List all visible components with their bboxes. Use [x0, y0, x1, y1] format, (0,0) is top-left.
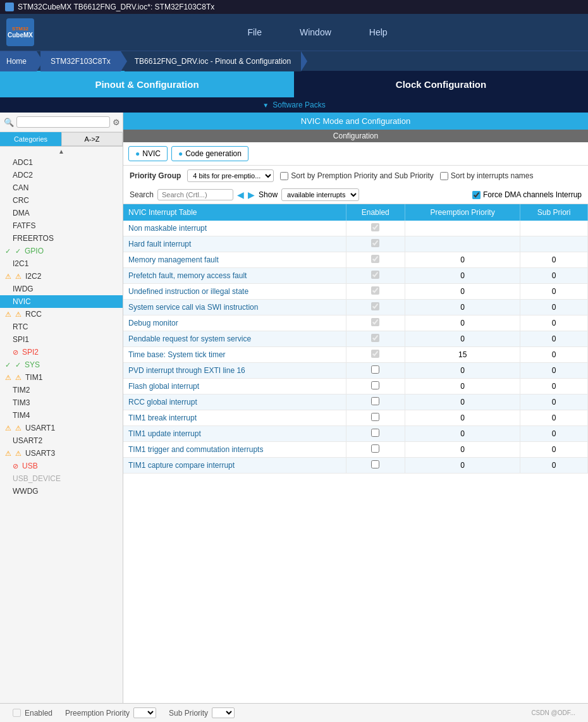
interrupt-enabled-cell[interactable] — [346, 221, 405, 236]
interrupt-preemption — [405, 236, 520, 252]
software-packs-bar[interactable]: Software Packs — [0, 97, 588, 113]
interrupt-enabled-cell[interactable] — [346, 268, 405, 284]
force-dma-label: Force DMA channels Interrup — [472, 190, 582, 199]
interrupt-enabled-cell[interactable] — [346, 395, 405, 410]
sidebar-item-adc1[interactable]: ADC1 — [0, 156, 123, 169]
sidebar-item-crc[interactable]: CRC — [0, 194, 123, 207]
interrupt-enabled-checkbox[interactable] — [371, 429, 379, 437]
interrupt-enabled-checkbox — [371, 271, 379, 279]
sidebar-item-fatfs[interactable]: FATFS — [0, 219, 123, 232]
tab-categories[interactable]: Categories — [0, 132, 61, 146]
sidebar-item-dma[interactable]: DMA — [0, 207, 123, 219]
show-select[interactable]: available interrupts — [281, 188, 359, 201]
menu-window[interactable]: Window — [300, 27, 331, 37]
search-label: Search — [130, 190, 154, 199]
interrupt-enabled-cell[interactable] — [346, 410, 405, 426]
sidebar-item-tim2[interactable]: TIM2 — [0, 384, 123, 396]
sidebar-item-tim1[interactable]: ⚠TIM1 — [0, 371, 123, 384]
sidebar: 🔍 ⚙ Categories A->Z ▲ ADC1 ADC2 CAN CRC … — [0, 113, 123, 703]
sidebar-item-tim4[interactable]: TIM4 — [0, 409, 123, 422]
interrupt-enabled-checkbox — [371, 223, 379, 231]
tab-code-gen[interactable]: ● Code generation — [171, 146, 248, 161]
interrupt-enabled-cell[interactable] — [346, 442, 405, 458]
interrupt-enabled-cell[interactable] — [346, 315, 405, 331]
interrupt-enabled-cell[interactable] — [346, 379, 405, 395]
interrupt-enabled-cell[interactable] — [346, 347, 405, 363]
gear-icon[interactable]: ⚙ — [113, 118, 120, 127]
tab-atoz[interactable]: A->Z — [61, 132, 123, 146]
interrupt-enabled-cell[interactable] — [346, 331, 405, 347]
tab-clock[interactable]: Clock Configuration — [294, 71, 588, 97]
code-icon: ● — [178, 149, 183, 158]
interrupt-enabled-checkbox[interactable] — [371, 460, 379, 468]
sidebar-item-usart2[interactable]: USART2 — [0, 434, 123, 447]
sidebar-item-tim3[interactable]: TIM3 — [0, 396, 123, 409]
show-label: Show — [259, 190, 278, 199]
breadcrumb-home[interactable]: Home — [0, 51, 37, 71]
interrupt-enabled-checkbox[interactable] — [371, 381, 379, 389]
sidebar-item-gpio[interactable]: ✓GPIO — [0, 245, 123, 257]
interrupt-enabled-cell[interactable] — [346, 300, 405, 315]
tab-nvic[interactable]: ● NVIC — [128, 146, 168, 161]
logo-box: STM32 CubeMX — [6, 18, 34, 46]
breadcrumb-chip[interactable]: STM32F103C8Tx — [40, 51, 121, 71]
interrupt-enabled-cell[interactable] — [346, 284, 405, 300]
sidebar-item-freertos[interactable]: FREERTOS — [0, 232, 123, 245]
footer-subpriority-select[interactable] — [212, 707, 235, 718]
interrupt-enabled-checkbox[interactable] — [371, 365, 379, 374]
sidebar-item-usb-device[interactable]: USB_DEVICE — [0, 472, 123, 485]
interrupt-enabled-checkbox[interactable] — [371, 413, 379, 421]
search-prev-icon[interactable]: ◀ — [237, 190, 244, 200]
sidebar-item-usart1[interactable]: ⚠USART1 — [0, 422, 123, 434]
interrupt-enabled-checkbox[interactable] — [371, 444, 379, 453]
interrupt-search-input[interactable] — [157, 189, 233, 200]
sidebar-item-spi1[interactable]: SPI1 — [0, 333, 123, 346]
sort-premption-checkbox[interactable] — [280, 172, 288, 180]
sort-interrupts-checkbox[interactable] — [440, 172, 448, 180]
sidebar-item-usb[interactable]: ⊘USB — [0, 460, 123, 472]
sidebar-up-arrow[interactable]: ▲ — [0, 147, 123, 156]
sidebar-item-iwdg[interactable]: IWDG — [0, 283, 123, 295]
tab-pinout[interactable]: Pinout & Configuration — [0, 71, 294, 97]
interrupt-name: TIM1 trigger and commutation interrupts — [123, 442, 346, 458]
interrupt-sub-priority: 0 — [520, 252, 588, 268]
sidebar-item-usart3[interactable]: ⚠USART3 — [0, 447, 123, 460]
force-dma-checkbox[interactable] — [472, 191, 481, 199]
priority-group-select[interactable]: 4 bits for pre-emptio... — [187, 169, 274, 182]
sidebar-item-rcc[interactable]: ⚠RCC — [0, 308, 123, 321]
search-row: Search ◀ ▶ Show available interrupts For… — [123, 186, 588, 204]
menu-file[interactable]: File — [247, 27, 262, 37]
sidebar-item-nvic[interactable]: NVIC — [0, 295, 123, 308]
interrupt-name: Flash global interrupt — [123, 379, 346, 395]
search-input[interactable] — [16, 116, 110, 128]
sidebar-item-can[interactable]: CAN — [0, 181, 123, 194]
main-panel: NVIC Mode and Configuration Configuratio… — [123, 113, 588, 703]
interrupt-name: Debug monitor — [123, 315, 346, 331]
footer-preemption-select[interactable] — [133, 707, 156, 718]
interrupt-enabled-cell[interactable] — [346, 252, 405, 268]
interrupt-sub-priority: 0 — [520, 315, 588, 331]
interrupt-sub-priority: 0 — [520, 395, 588, 410]
sidebar-item-adc2[interactable]: ADC2 — [0, 169, 123, 181]
app-logo: STM32 CubeMX — [6, 18, 34, 46]
footer-preemption: Preemption Priority — [65, 707, 156, 718]
breadcrumb-project[interactable]: TB6612FNG_DRV.ioc - Pinout & Configurati… — [125, 51, 301, 71]
sidebar-item-rtc[interactable]: RTC — [0, 321, 123, 333]
sidebar-item-wwdg[interactable]: WWDG — [0, 485, 123, 498]
sidebar-item-spi2[interactable]: ⊘SPI2 — [0, 346, 123, 358]
interrupt-enabled-checkbox[interactable] — [371, 397, 379, 405]
interrupt-enabled-cell[interactable] — [346, 458, 405, 474]
interrupt-preemption: 0 — [405, 252, 520, 268]
table-row: RCC global interrupt00 — [123, 395, 588, 410]
interrupt-enabled-cell[interactable] — [346, 236, 405, 252]
col-sub: Sub Priori — [520, 204, 588, 221]
interrupt-table: NVIC Interrupt Table Enabled Preemption … — [123, 204, 588, 474]
footer-subpriority: Sub Priority — [169, 707, 235, 718]
sidebar-item-i2c2[interactable]: ⚠I2C2 — [0, 270, 123, 283]
menu-help[interactable]: Help — [369, 27, 388, 37]
sidebar-item-i2c1[interactable]: I2C1 — [0, 257, 123, 270]
interrupt-enabled-cell[interactable] — [346, 426, 405, 442]
sidebar-item-sys[interactable]: ✓SYS — [0, 358, 123, 371]
interrupt-enabled-cell[interactable] — [346, 363, 405, 379]
search-next-icon[interactable]: ▶ — [248, 190, 255, 200]
